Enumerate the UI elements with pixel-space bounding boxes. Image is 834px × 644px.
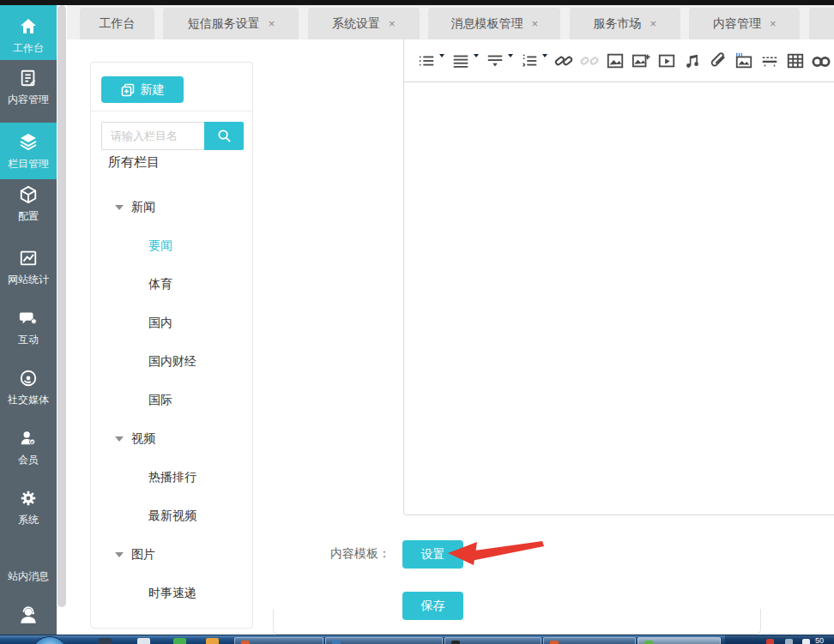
- sidebar-item-social-media[interactable]: 社交媒体: [0, 367, 57, 415]
- align-icon[interactable]: [451, 51, 470, 70]
- tab-site-mgmt[interactable]: 站点管理 ×: [809, 8, 834, 39]
- dropdown-caret-icon[interactable]: [542, 54, 547, 57]
- sidebar-item-site-stats[interactable]: 网站统计: [0, 247, 57, 295]
- column-search-button[interactable]: [204, 122, 244, 150]
- taskbar-pinned-icon[interactable]: [206, 638, 219, 644]
- list-style-icon[interactable]: [520, 51, 539, 70]
- start-button[interactable]: [31, 636, 69, 644]
- tab-service-market[interactable]: 服务市场 ×: [570, 8, 680, 39]
- tab-sms-service-settings[interactable]: 短信服务设置 ×: [163, 8, 299, 39]
- ordered-list-icon[interactable]: [417, 51, 436, 70]
- taskbar-pinned-icon[interactable]: [137, 638, 150, 644]
- music-icon[interactable]: [683, 51, 702, 70]
- chart-icon: [0, 247, 57, 269]
- horizontal-rule-icon[interactable]: [760, 51, 779, 70]
- customer-service-icon: [0, 604, 57, 626]
- close-icon[interactable]: ×: [770, 17, 789, 30]
- new-column-button[interactable]: 新建: [101, 76, 184, 103]
- column-search-input[interactable]: [101, 122, 204, 150]
- tree-node-domestic-finance[interactable]: 国内财经: [91, 342, 252, 381]
- tree-node-label: 视频: [131, 431, 155, 447]
- document-icon: [0, 67, 57, 89]
- member-icon: [0, 427, 57, 449]
- new-column-label: 新建: [141, 82, 165, 98]
- close-icon[interactable]: ×: [269, 17, 287, 30]
- dropdown-caret-icon[interactable]: [474, 54, 479, 57]
- search-replace-icon[interactable]: [812, 51, 831, 70]
- sidebar-item-content-mgmt[interactable]: 内容管理: [0, 67, 57, 118]
- tree-node-label: 新闻: [131, 200, 155, 215]
- sidebar-item-label: 网站统计: [0, 273, 57, 287]
- sidebar-item-site-messages[interactable]: 站内消息: [0, 569, 57, 588]
- taskbar-pinned-icon[interactable]: [173, 638, 186, 644]
- tree-node-label: 时事速递: [148, 586, 196, 601]
- tree-node-video[interactable]: 视频: [91, 419, 252, 458]
- chevron-down-icon[interactable]: [115, 552, 124, 557]
- save-button[interactable]: 保存: [402, 592, 463, 620]
- tree-node-sports[interactable]: 体育: [91, 265, 252, 304]
- attachment-icon[interactable]: [709, 51, 728, 70]
- taskbar-window-button[interactable]: [543, 637, 636, 644]
- tray-icon[interactable]: [802, 639, 810, 644]
- tree-node-top-news[interactable]: 要闻: [91, 226, 252, 265]
- tab-message-templates[interactable]: 消息模板管理 ×: [428, 8, 560, 39]
- dropdown-caret-icon[interactable]: [439, 54, 444, 57]
- column-tree-panel: 新建 所有栏目 新闻 要闻 体育 国内: [90, 62, 253, 629]
- snapshot-icon[interactable]: [734, 51, 753, 70]
- taskbar-window-button[interactable]: [325, 637, 443, 644]
- gear-icon: [0, 487, 57, 509]
- tree-node-label: 最新视频: [148, 509, 196, 524]
- tab-workbench[interactable]: 工作台: [80, 8, 154, 39]
- tab-label: 内容管理: [701, 16, 773, 32]
- sidebar-item-members[interactable]: 会员: [0, 427, 57, 472]
- tab-content-mgmt[interactable]: 内容管理 ×: [689, 8, 800, 39]
- template-settings-button[interactable]: 设置: [402, 540, 463, 569]
- tab-label: 服务市场: [582, 16, 654, 32]
- image-icon[interactable]: [606, 51, 625, 70]
- dropdown-caret-icon[interactable]: [508, 54, 513, 57]
- tree-node-current-events[interactable]: 时事速递: [91, 574, 252, 612]
- video-icon[interactable]: [657, 51, 676, 70]
- sidebar-item-label: 社交媒体: [0, 393, 57, 407]
- scrawl-icon[interactable]: [632, 51, 650, 70]
- tray-icon[interactable]: [766, 639, 774, 644]
- windows-taskbar: 50: [0, 635, 834, 644]
- chevron-down-icon[interactable]: [115, 205, 124, 210]
- taskbar-window-button-active[interactable]: [638, 637, 721, 644]
- sidebar-item-column-mgmt[interactable]: 栏目管理: [0, 123, 57, 179]
- close-icon[interactable]: ×: [532, 17, 551, 30]
- link-icon[interactable]: [554, 51, 573, 70]
- app-window: 工作台 内容管理 栏目管理 配置 网站统计: [0, 0, 834, 644]
- close-icon[interactable]: ×: [389, 17, 408, 30]
- sidebar-item-label: 会员: [0, 453, 57, 467]
- taskbar-window-button[interactable]: [444, 637, 541, 644]
- line-height-icon[interactable]: [486, 51, 505, 70]
- tree-node-hot-ranking[interactable]: 热播排行: [91, 458, 252, 497]
- table-icon[interactable]: [786, 51, 805, 70]
- close-icon[interactable]: ×: [650, 17, 669, 30]
- taskbar-window-button[interactable]: [234, 637, 323, 644]
- sidebar-item-interaction[interactable]: 互动: [0, 307, 57, 352]
- tab-label: 短信服务设置: [176, 16, 272, 32]
- tree-node-pictures[interactable]: 图片: [91, 535, 252, 574]
- tree-node-international[interactable]: 国际: [91, 381, 252, 419]
- rich-text-editor: [403, 39, 834, 515]
- unlink-icon: [580, 51, 599, 70]
- sidebar-item-workbench[interactable]: 工作台: [0, 5, 57, 60]
- sidebar-scrollbar-thumb[interactable]: [57, 5, 66, 607]
- tree-node-latest-video[interactable]: 最新视频: [91, 497, 252, 535]
- tree-node-label: 国内: [148, 316, 172, 331]
- tree-node-domestic[interactable]: 国内: [91, 304, 252, 342]
- tree-node-label: 国际: [148, 393, 172, 408]
- sidebar-item-label: 互动: [0, 333, 57, 347]
- tab-system-settings[interactable]: 系统设置 ×: [308, 8, 420, 39]
- tree-node-news[interactable]: 新闻: [91, 188, 252, 226]
- tray-icon[interactable]: [785, 639, 793, 644]
- all-columns-heading: 所有栏目: [108, 154, 160, 171]
- editor-body[interactable]: [404, 82, 834, 515]
- sidebar-item-config[interactable]: 配置: [0, 184, 57, 232]
- sidebar-item-system[interactable]: 系统: [0, 487, 57, 532]
- chevron-down-icon[interactable]: [115, 436, 124, 442]
- sidebar-item-customer-service[interactable]: [0, 604, 57, 635]
- taskbar-pinned-icon[interactable]: [99, 638, 112, 644]
